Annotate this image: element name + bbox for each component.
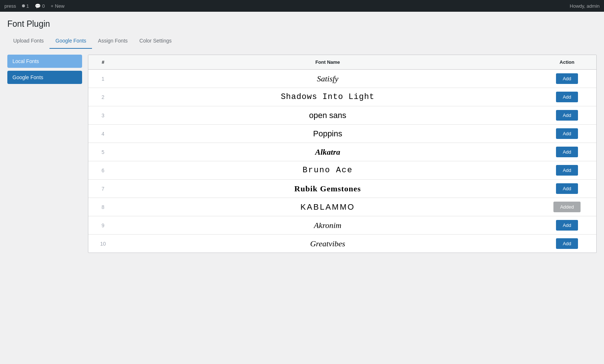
row-action: Add: [538, 180, 596, 198]
add-button[interactable]: Add: [556, 220, 578, 231]
main-layout: Local Fonts Google Fonts # Font Name Act…: [7, 55, 597, 253]
local-fonts-button[interactable]: Local Fonts: [7, 55, 82, 68]
row-action: Add: [538, 216, 596, 235]
table-row: 3open sansAdd: [88, 106, 596, 125]
add-button[interactable]: Add: [556, 165, 578, 176]
add-button[interactable]: Add: [556, 238, 578, 249]
font-table-area: # Font Name Action 1SatisfyAdd2Shadows I…: [88, 55, 597, 253]
table-row: 2Shadows Into LightAdd: [88, 88, 596, 106]
row-action: Add: [538, 125, 596, 143]
row-action: Added: [538, 198, 596, 216]
tab-nav: Upload Fonts Google Fonts Assign Fonts C…: [7, 35, 597, 49]
add-button[interactable]: Add: [556, 147, 578, 157]
add-button[interactable]: Add: [556, 110, 578, 121]
row-font-name: Shadows Into Light: [118, 88, 538, 106]
font-table: # Font Name Action 1SatisfyAdd2Shadows I…: [88, 55, 596, 253]
row-number: 1: [88, 70, 118, 88]
tab-upload-fonts[interactable]: Upload Fonts: [7, 35, 49, 49]
col-header-font-name: Font Name: [118, 55, 538, 70]
table-row: 4PoppinsAdd: [88, 125, 596, 143]
row-action: Add: [538, 88, 596, 106]
row-font-name: Greatvibes: [118, 235, 538, 253]
row-font-name: Rubik Gemstones: [118, 180, 538, 198]
tab-google-fonts[interactable]: Google Fonts: [49, 35, 92, 49]
row-number: 9: [88, 216, 118, 235]
row-number: 5: [88, 143, 118, 161]
table-row: 7Rubik GemstonesAdd: [88, 180, 596, 198]
page-title: Font Plugin: [7, 19, 597, 29]
table-row: 9AkronimAdd: [88, 216, 596, 235]
row-font-name: Satisfy: [118, 70, 538, 88]
add-button[interactable]: Add: [556, 92, 578, 102]
row-action: Add: [538, 235, 596, 253]
table-row: 6Bruno AceAdd: [88, 161, 596, 180]
page-wrapper: Font Plugin Upload Fonts Google Fonts As…: [0, 12, 604, 364]
table-row: 1SatisfyAdd: [88, 70, 596, 88]
table-header-row: # Font Name Action: [88, 55, 596, 70]
row-number: 4: [88, 125, 118, 143]
col-header-hash: #: [88, 55, 118, 70]
sidebar: Local Fonts Google Fonts: [7, 55, 88, 253]
table-row: 5AlkatraAdd: [88, 143, 596, 161]
row-action: Add: [538, 106, 596, 125]
add-button[interactable]: Add: [556, 73, 578, 84]
row-font-name: Akronim: [118, 216, 538, 235]
row-font-name: Bruno Ace: [118, 161, 538, 180]
add-button[interactable]: Add: [556, 183, 578, 194]
comments-count[interactable]: 💬 0: [35, 3, 45, 9]
admin-bar: press 1 💬 0 + New Howdy, admin: [0, 0, 604, 12]
new-button[interactable]: + New: [51, 3, 65, 9]
howdy-text: Howdy, admin: [570, 3, 600, 9]
row-font-name: Alkatra: [118, 143, 538, 161]
tab-assign-fonts[interactable]: Assign Fonts: [92, 35, 133, 49]
row-number: 8: [88, 198, 118, 216]
row-number: 2: [88, 88, 118, 106]
row-action: Add: [538, 143, 596, 161]
row-number: 6: [88, 161, 118, 180]
table-row: 10GreatvibesAdd: [88, 235, 596, 253]
row-number: 10: [88, 235, 118, 253]
row-font-name: Poppins: [118, 125, 538, 143]
row-action: Add: [538, 161, 596, 180]
row-action: Add: [538, 70, 596, 88]
added-button: Added: [553, 202, 581, 212]
table-row: 8KABLAMMOAdded: [88, 198, 596, 216]
col-header-action: Action: [538, 55, 596, 70]
site-name[interactable]: press: [4, 3, 16, 9]
add-button[interactable]: Add: [556, 128, 578, 139]
row-font-name: open sans: [118, 106, 538, 125]
admin-bar-left: press 1 💬 0 + New: [4, 3, 65, 9]
updates-count[interactable]: 1: [22, 3, 29, 9]
tab-color-settings[interactable]: Color Settings: [133, 35, 177, 49]
row-number: 3: [88, 106, 118, 125]
row-number: 7: [88, 180, 118, 198]
google-fonts-button[interactable]: Google Fonts: [7, 71, 82, 84]
row-font-name: KABLAMMO: [118, 198, 538, 216]
